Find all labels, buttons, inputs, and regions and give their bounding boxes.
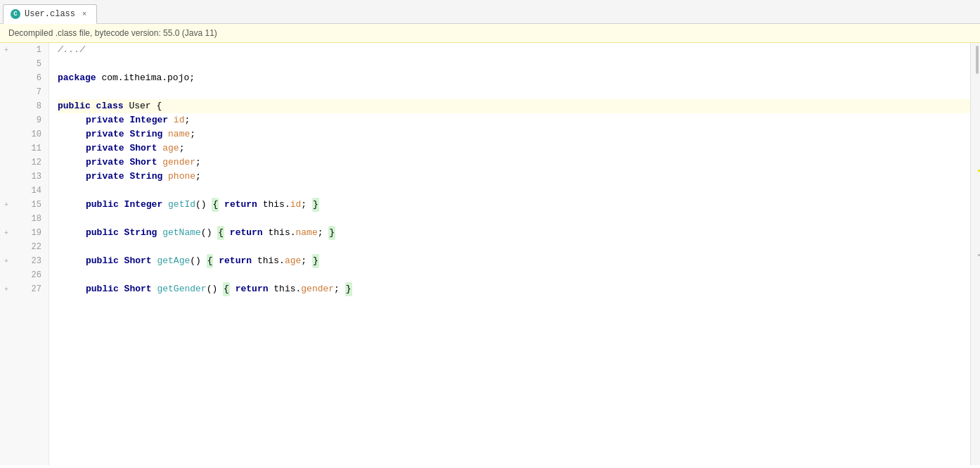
- keyword-return-15: return: [224, 198, 257, 212]
- tab-title: User.class: [25, 9, 75, 19]
- this-id-15: this.: [257, 198, 290, 212]
- line-23: + 23: [0, 254, 49, 268]
- scrollbar-thumb[interactable]: [976, 46, 979, 74]
- type-integer-15: Integer: [124, 198, 168, 212]
- brace-highlight-19b: }: [328, 226, 335, 240]
- field-gender: gender: [162, 156, 195, 170]
- code-line-15: public Integer getId() { return this.id;…: [58, 198, 970, 212]
- semi-27: ;: [334, 282, 345, 296]
- this-age-23: this.: [252, 254, 285, 268]
- keyword-private-10: private: [86, 127, 129, 141]
- paren-15: (): [195, 198, 212, 212]
- brace-open-8: {: [156, 99, 162, 113]
- line-5: 5: [0, 57, 49, 71]
- code-line-14: [58, 184, 970, 198]
- space-19: [224, 226, 230, 240]
- code-line-26: [58, 268, 970, 282]
- decompiled-banner: Decompiled .class file, bytecode version…: [0, 24, 980, 43]
- line-27: + 27: [0, 282, 49, 296]
- code-line-12: private Short gender;: [58, 156, 970, 170]
- tab-close-button[interactable]: ×: [79, 9, 89, 19]
- expand-icon-23[interactable]: +: [4, 258, 8, 265]
- code-line-11: private Short age;: [58, 141, 970, 156]
- type-string-19: String: [124, 226, 163, 240]
- keyword-public-8: public: [58, 99, 96, 113]
- line-8: 8: [0, 99, 49, 113]
- code-line-1: /.../: [58, 43, 970, 57]
- field-ref-id-15: id: [290, 198, 302, 212]
- expand-icon-19[interactable]: +: [4, 229, 8, 237]
- semi-13: ;: [195, 170, 201, 184]
- semi-23: ;: [301, 254, 312, 268]
- keyword-private-9: private: [86, 113, 129, 127]
- vertical-scrollbar[interactable]: [970, 43, 980, 465]
- keyword-return-27: return: [236, 282, 269, 296]
- keyword-return-19: return: [230, 226, 263, 240]
- line-10: 10: [0, 127, 49, 141]
- keyword-private-13: private: [86, 170, 129, 184]
- code-line-18: [58, 212, 970, 226]
- space-23: [213, 254, 219, 268]
- class-name-user: User: [129, 99, 156, 113]
- code-line-13: private String phone;: [58, 170, 970, 184]
- keyword-private-11: private: [86, 141, 129, 156]
- field-ref-age-23: age: [285, 254, 301, 268]
- type-string-10: String: [129, 127, 168, 141]
- field-id: id: [174, 113, 185, 127]
- keyword-public-27: public: [86, 282, 124, 296]
- tab-bar: C User.class ×: [0, 0, 980, 24]
- method-getname: getName: [162, 226, 201, 240]
- code-content: /.../ package com.itheima.pojo; public c…: [49, 43, 970, 465]
- method-getgender: getGender: [157, 282, 206, 296]
- code-line-19: public String getName() { return this.na…: [58, 226, 970, 240]
- keyword-package: package: [58, 71, 101, 85]
- semi-11: ;: [179, 141, 185, 156]
- expand-icon-1[interactable]: +: [4, 46, 8, 54]
- type-short-27: Short: [124, 282, 157, 296]
- line-19: + 19: [0, 226, 49, 240]
- paren-23: (): [190, 254, 206, 268]
- tab-icon: C: [11, 9, 20, 19]
- line-15: + 15: [0, 198, 49, 212]
- package-path: com.itheima.pojo;: [101, 71, 195, 85]
- this-gender-27: this.: [268, 282, 301, 296]
- field-age: age: [162, 141, 179, 156]
- line-12: 12: [0, 156, 49, 170]
- keyword-private-12: private: [86, 156, 129, 170]
- code-line-23: public Short getAge() { return this.age;…: [58, 254, 970, 268]
- paren-27: (): [207, 282, 223, 296]
- keyword-public-19: public: [86, 226, 124, 240]
- keyword-class: class: [96, 99, 129, 113]
- line-26: 26: [0, 268, 49, 282]
- method-getage: getAge: [157, 254, 190, 268]
- keyword-public-23: public: [86, 254, 124, 268]
- banner-text: Decompiled .class file, bytecode version…: [8, 28, 217, 38]
- type-short-11: Short: [129, 141, 162, 156]
- semi-9: ;: [184, 113, 190, 127]
- comment-line-1: /.../: [58, 43, 91, 57]
- brace-highlight-19a: {: [217, 226, 224, 240]
- this-name-19: this.: [263, 226, 296, 240]
- code-line-7: [58, 85, 970, 99]
- semi-19: ;: [318, 226, 329, 240]
- line-13: 13: [0, 170, 49, 184]
- line-11: 11: [0, 141, 49, 156]
- semi-15: ;: [301, 198, 312, 212]
- code-editor: + 1 5 6 7 8 9 10 11 12 13 14 + 15 18 + 1…: [0, 43, 980, 465]
- code-line-8: public class User {: [58, 99, 970, 113]
- code-line-5: [58, 57, 970, 71]
- paren-19: (): [201, 226, 217, 240]
- line-18: 18: [0, 212, 49, 226]
- expand-icon-27[interactable]: +: [4, 286, 8, 293]
- expand-icon-15[interactable]: +: [4, 201, 8, 209]
- line-7: 7: [0, 85, 49, 99]
- code-line-10: private String name;: [58, 127, 970, 141]
- field-ref-name-19: name: [295, 226, 317, 240]
- line-6: 6: [0, 71, 49, 85]
- type-short-23: Short: [124, 254, 157, 268]
- brace-highlight-27b: }: [345, 282, 352, 296]
- brace-highlight-15b: }: [312, 198, 319, 212]
- tab-user-class[interactable]: C User.class ×: [3, 4, 97, 24]
- field-ref-gender-27: gender: [301, 282, 334, 296]
- space-27: [230, 282, 236, 296]
